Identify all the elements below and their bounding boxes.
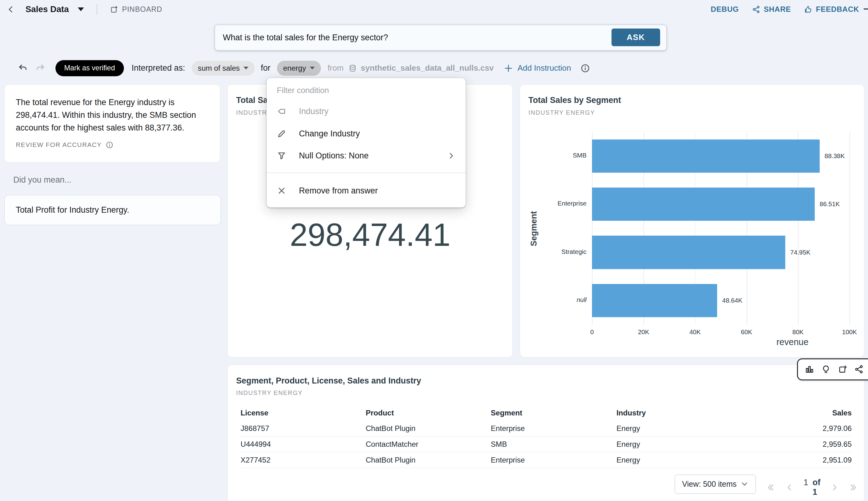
menu-divider — [267, 172, 465, 173]
divider — [97, 4, 97, 15]
bar-null[interactable] — [592, 284, 717, 317]
ask-bar[interactable]: What is the total sales for the Energy s… — [215, 25, 666, 50]
table-cell: X277452 — [241, 456, 366, 465]
bar-smb[interactable] — [592, 139, 820, 173]
table-cell: 2,979.06 — [782, 424, 851, 433]
y-category-label-null: null — [539, 296, 587, 303]
bar-value-label: 88.38K — [825, 152, 845, 160]
top-bar: Sales Data PINBOARD DEBUG SHARE FEEDBACK — [0, 0, 868, 19]
app-root: Sales Data PINBOARD DEBUG SHARE FEEDBACK — [0, 0, 868, 501]
table-cell: ChatBot Plugin — [365, 456, 491, 465]
source-file-label: synthetic_sales_data_all_nulls.csv — [361, 64, 494, 73]
chevron-down-icon[interactable] — [78, 8, 84, 11]
filter-menu-items: IndustryChange IndustryNull Options: Non… — [267, 100, 465, 203]
bar-chart-icon[interactable] — [805, 365, 814, 374]
header-overflow-icon[interactable] — [864, 8, 868, 10]
back-icon[interactable] — [7, 5, 15, 14]
share-icon — [752, 5, 760, 14]
connector-label: for — [261, 63, 271, 73]
chart-card-title: Total Sales by Segment — [528, 96, 864, 105]
x-tick-label: 100K — [842, 328, 857, 336]
bar-enterprise[interactable] — [592, 188, 814, 221]
x-tick-label: 20K — [638, 328, 649, 336]
pencil-icon — [277, 129, 287, 139]
prev-page-button[interactable] — [785, 483, 794, 492]
menu-item-null-options-none[interactable]: Null Options: None — [267, 145, 465, 167]
share-button[interactable]: SHARE — [752, 5, 791, 14]
table-row[interactable]: X277452ChatBot PluginEnterpriseEnergy2,9… — [241, 452, 852, 468]
column-header-product[interactable]: Product — [365, 409, 491, 417]
table-cell: SMB — [491, 440, 616, 449]
app-title[interactable]: Sales Data — [25, 4, 69, 14]
info-icon[interactable] — [581, 64, 590, 73]
question-input[interactable]: What is the total sales for the Energy s… — [223, 33, 388, 42]
insight-card: The total revenue for the Energy industr… — [4, 84, 220, 162]
y-category-label-smb: SMB — [539, 152, 587, 159]
chevron-down-icon — [310, 67, 315, 70]
funnel-icon — [277, 151, 287, 161]
mark-verified-button[interactable]: Mark as verified — [55, 60, 124, 76]
insight-text: The total revenue for the Energy industr… — [16, 96, 209, 134]
menu-item-change-industry[interactable]: Change Industry — [267, 122, 465, 145]
table-row[interactable]: J868757ChatBot PluginEnterpriseEnergy2,9… — [241, 421, 852, 437]
review-for-accuracy: REVIEW FOR ACCURACY — [16, 141, 209, 149]
chart-plot: 020K40K60K80K100KSMB88.38KEnterprise86.5… — [592, 132, 849, 325]
column-header-license[interactable]: License — [241, 409, 366, 417]
table-cell: J868757 — [241, 424, 366, 433]
interpreted-as-label: Interpreted as: — [132, 63, 185, 73]
did-you-mean-label: Did you mean... — [13, 175, 72, 185]
chevron-down-icon — [243, 67, 249, 70]
table-cell: Energy — [616, 424, 782, 433]
feedback-button[interactable]: FEEDBACK — [804, 5, 859, 14]
debug-button[interactable]: DEBUG — [711, 5, 739, 14]
column-header-segment[interactable]: Segment — [491, 409, 616, 417]
table-cell: Enterprise — [491, 424, 616, 433]
table-header-row: LicenseProductSegmentIndustrySales — [241, 405, 852, 421]
table-cell: U444994 — [241, 440, 366, 449]
pin-add-icon[interactable] — [838, 365, 847, 374]
menu-item-remove-from-answer[interactable]: Remove from answer — [267, 179, 465, 203]
table-cell: Enterprise — [491, 456, 616, 465]
from-label: from — [328, 64, 343, 73]
y-category-label-strategic: Strategic — [539, 248, 587, 255]
table-cell: 2,959.65 — [782, 440, 851, 449]
menu-item-label: Change Industry — [299, 129, 360, 139]
table-cell: Energy — [616, 456, 782, 465]
info-icon[interactable] — [106, 141, 113, 149]
page-indicator: 1 of 1 — [804, 478, 820, 497]
next-page-button[interactable] — [830, 483, 839, 492]
undo-icon[interactable] — [18, 63, 28, 74]
redo-icon[interactable] — [35, 63, 45, 74]
table-footer: View: 500 items 1 of 1 — [228, 475, 851, 497]
kpi-value: 298,474.41 — [228, 216, 512, 253]
gridline — [849, 132, 850, 325]
chevron-down-icon — [741, 480, 748, 488]
column-header-sales[interactable]: Sales — [782, 409, 851, 417]
share-icon[interactable] — [854, 365, 864, 374]
table-row[interactable]: U444994ContactMatcherSMBEnergy2,959.65 — [241, 437, 852, 452]
bar-chart-card: Total Sales by Segment INDUSTRY ENERGY S… — [520, 84, 864, 358]
first-page-button[interactable] — [766, 483, 775, 492]
column-header-industry[interactable]: Industry — [616, 409, 782, 417]
filter-token-energy[interactable]: energy — [277, 61, 321, 76]
ask-button[interactable]: ASK — [612, 29, 660, 46]
pinboard-button[interactable]: PINBOARD — [110, 5, 162, 14]
plus-icon — [504, 64, 513, 73]
table-cell: Energy — [616, 440, 782, 449]
close-icon — [277, 186, 287, 196]
lightbulb-icon[interactable] — [821, 365, 831, 374]
measure-token[interactable]: sum of sales — [192, 61, 255, 76]
chevron-right-icon — [447, 151, 456, 160]
view-items-select[interactable]: View: 500 items — [675, 475, 756, 494]
bar-strategic[interactable] — [592, 236, 785, 269]
x-tick-label: 40K — [689, 328, 701, 336]
bar-value-label: 86.51K — [820, 200, 840, 208]
pinboard-icon — [110, 5, 118, 14]
last-page-button[interactable] — [849, 483, 858, 492]
y-axis-title: Segment — [528, 132, 540, 325]
add-instruction-button[interactable]: Add Instruction — [504, 64, 571, 73]
x-tick-label: 80K — [792, 328, 804, 336]
bar-value-label: 48.64K — [722, 297, 742, 304]
x-tick-label: 60K — [741, 328, 752, 336]
did-you-mean-suggestion[interactable]: Total Profit for Industry Energy. — [4, 195, 221, 225]
